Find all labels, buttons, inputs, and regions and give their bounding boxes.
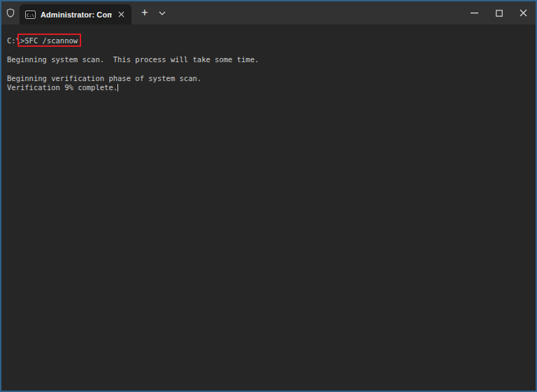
new-tab-button[interactable]: + (136, 1, 154, 24)
tab-command-prompt[interactable]: C:\ Administrator: Command Pror (20, 4, 131, 24)
close-button[interactable] (511, 1, 536, 24)
terminal-window: C:\ Administrator: Command Pror + (0, 0, 537, 392)
maximize-button[interactable] (487, 1, 511, 24)
cmd-icon: C:\ (25, 10, 36, 19)
titlebar-drag-area[interactable] (171, 1, 462, 24)
output-line: Beginning verification phase of system s… (7, 74, 530, 83)
prompt-line: C:\>SFC /scannow (7, 36, 530, 45)
tab-close-icon[interactable] (115, 8, 127, 21)
tab-dropdown-button[interactable] (154, 1, 171, 24)
output-line (7, 45, 530, 55)
prompt-prefix: C:\ (7, 36, 20, 45)
title-bar: C:\ Administrator: Command Pror + (1, 1, 536, 24)
text-cursor (117, 84, 118, 92)
output-line-text: Verification 9% complete. (7, 83, 117, 92)
output-line-current: Verification 9% complete. (7, 83, 530, 92)
admin-shield-icon (1, 1, 20, 24)
command-text: >SFC /scannow (20, 36, 78, 45)
minimize-button[interactable] (462, 1, 487, 24)
output-line (7, 64, 530, 73)
output-line: Beginning system scan. This process will… (7, 55, 530, 64)
terminal-content[interactable]: C:\>SFC /scannow Beginning system scan. … (1, 24, 536, 391)
command-highlight-box: >SFC /scannow (20, 36, 78, 45)
tab-title: Administrator: Command Pror (41, 10, 112, 19)
